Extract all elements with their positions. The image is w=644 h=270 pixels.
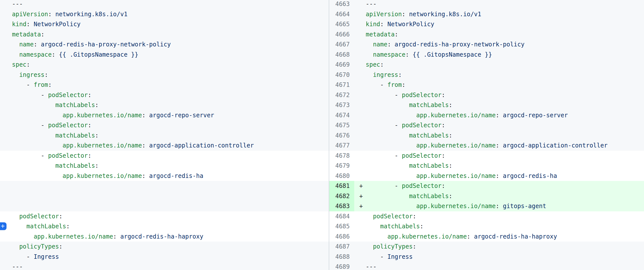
new-code-line: metadata: (366, 31, 398, 38)
new-line-number[interactable]: 4688 (329, 252, 354, 262)
old-code-cell: --- (0, 262, 329, 270)
diff-row: - Ingress4688 - Ingress (0, 252, 644, 262)
new-line-number[interactable]: 4673 (329, 100, 354, 110)
old-code-line: --- (12, 263, 23, 270)
add-comment-button[interactable]: + (0, 222, 6, 230)
new-code-line: policyTypes: (366, 243, 416, 250)
new-line-number[interactable]: 4665 (329, 19, 354, 29)
new-code-cell: --- (354, 262, 644, 270)
new-code-cell: matchLabels: (354, 161, 644, 171)
new-line-number[interactable]: 4686 (329, 232, 354, 242)
new-line-number[interactable]: 4666 (329, 29, 354, 40)
new-code-cell: - podSelector: (354, 90, 644, 100)
new-line-number[interactable]: 4677 (329, 140, 354, 151)
old-code-line: - from: (12, 81, 52, 88)
new-line-number[interactable]: 4687 (329, 242, 354, 252)
diff-row: name: argocd-redis-ha-proxy-network-poli… (0, 39, 644, 50)
new-line-number[interactable]: 4682 (329, 191, 354, 201)
new-line-number[interactable]: 4679 (329, 161, 354, 171)
new-code-line: - podSelector: (366, 182, 445, 189)
old-code-line: metadata: (12, 31, 44, 38)
diff-row: matchLabels:4685 matchLabels: (0, 221, 644, 232)
diff-row: metadata:4666metadata: (0, 29, 644, 40)
new-line-number[interactable]: 4670 (329, 70, 354, 80)
added-line-marker: + (359, 191, 363, 201)
old-code-line: app.kubernetes.io/name: argocd-repo-serv… (12, 112, 214, 119)
diff-row: namespace: {{ .GitopsNamespace }}4668 na… (0, 50, 644, 60)
new-code-line: app.kubernetes.io/name: gitops-agent (366, 203, 546, 210)
new-code-cell: ingress: (354, 70, 644, 80)
old-code-line: app.kubernetes.io/name: argocd-applicati… (12, 142, 254, 149)
new-code-line: app.kubernetes.io/name: argocd-applicati… (366, 142, 608, 149)
new-line-number[interactable]: 4667 (329, 39, 354, 50)
new-code-cell: namespace: {{ .GitopsNamespace }} (354, 50, 644, 60)
new-code-cell: matchLabels: (354, 100, 644, 110)
diff-row: 4681+ - podSelector: (0, 181, 644, 191)
old-code-cell (0, 181, 329, 191)
new-line-number[interactable]: 4672 (329, 90, 354, 100)
old-code-line: - podSelector: (12, 122, 92, 129)
new-line-number[interactable]: 4684 (329, 211, 354, 222)
old-code-cell: - from: (0, 80, 329, 90)
diff-row: ingress:4670 ingress: (0, 70, 644, 80)
new-code-cell: name: argocd-redis-ha-proxy-network-poli… (354, 39, 644, 50)
split-diff-view: ---4663---apiVersion: networking.k8s.io/… (0, 0, 644, 270)
old-code-cell: matchLabels: (0, 100, 329, 110)
old-code-cell: app.kubernetes.io/name: argocd-redis-ha-… (0, 232, 329, 242)
new-line-number[interactable]: 4675 (329, 120, 354, 131)
old-code-cell: app.kubernetes.io/name: argocd-applicati… (0, 140, 329, 151)
new-line-number[interactable]: 4674 (329, 110, 354, 121)
old-code-cell (0, 191, 329, 201)
new-code-line: matchLabels: (366, 162, 452, 169)
old-code-cell: app.kubernetes.io/name: argocd-redis-ha (0, 171, 329, 181)
old-code-cell (0, 201, 329, 211)
new-line-number[interactable]: 4678 (329, 151, 354, 161)
new-line-number[interactable]: 4668 (329, 50, 354, 60)
new-code-cell: policyTypes: (354, 242, 644, 252)
new-code-line: matchLabels: (366, 102, 452, 109)
new-code-cell: - from: (354, 80, 644, 90)
diff-row: - podSelector:4678 - podSelector: (0, 151, 644, 161)
old-code-line: app.kubernetes.io/name: argocd-redis-ha-… (12, 233, 203, 240)
diff-row: - podSelector:4672 - podSelector: (0, 90, 644, 100)
new-code-cell: --- (354, 0, 644, 9)
new-code-cell: kind: NetworkPolicy (354, 19, 644, 29)
old-code-cell: - Ingress (0, 252, 329, 262)
old-code-line: spec: (12, 61, 30, 68)
new-code-cell: metadata: (354, 29, 644, 40)
new-line-number[interactable]: 4680 (329, 171, 354, 181)
new-code-line: namespace: {{ .GitopsNamespace }} (366, 51, 492, 58)
new-code-line: --- (366, 0, 376, 7)
new-code-line: matchLabels: (366, 193, 452, 200)
new-code-cell: apiVersion: networking.k8s.io/v1 (354, 9, 644, 19)
diff-row: app.kubernetes.io/name: argocd-repo-serv… (0, 110, 644, 121)
new-line-number[interactable]: 4671 (329, 80, 354, 90)
new-code-line: matchLabels: (366, 132, 452, 139)
new-line-number[interactable]: 4689 (329, 262, 354, 270)
new-code-cell: + app.kubernetes.io/name: gitops-agent (354, 201, 644, 211)
new-code-line: - Ingress (366, 253, 413, 260)
old-code-cell: - podSelector: (0, 90, 329, 100)
new-code-cell: - podSelector: (354, 151, 644, 161)
new-line-number[interactable]: 4669 (329, 60, 354, 70)
new-line-number[interactable]: 4681 (329, 181, 354, 191)
new-line-number[interactable]: 4683 (329, 201, 354, 211)
diff-row: 4682+ matchLabels: (0, 191, 644, 201)
new-code-line: - podSelector: (366, 92, 445, 99)
new-code-line: kind: NetworkPolicy (366, 21, 434, 28)
new-code-cell: + - podSelector: (354, 181, 644, 191)
new-code-line: podSelector: (366, 213, 416, 220)
new-code-line: --- (366, 263, 376, 270)
new-line-number[interactable]: 4663 (329, 0, 354, 9)
new-line-number[interactable]: 4685 (329, 221, 354, 232)
new-code-cell: app.kubernetes.io/name: argocd-repo-serv… (354, 110, 644, 121)
old-code-cell: ingress: (0, 70, 329, 80)
new-line-number[interactable]: 4664 (329, 9, 354, 19)
new-code-line: apiVersion: networking.k8s.io/v1 (366, 11, 481, 18)
new-code-line: - from: (366, 81, 406, 88)
added-line-marker: + (359, 201, 363, 211)
diff-row: apiVersion: networking.k8s.io/v14664apiV… (0, 9, 644, 19)
diff-row: podSelector:4684 podSelector: (0, 211, 644, 222)
new-line-number[interactable]: 4676 (329, 131, 354, 141)
diff-row: app.kubernetes.io/name: argocd-applicati… (0, 140, 644, 151)
